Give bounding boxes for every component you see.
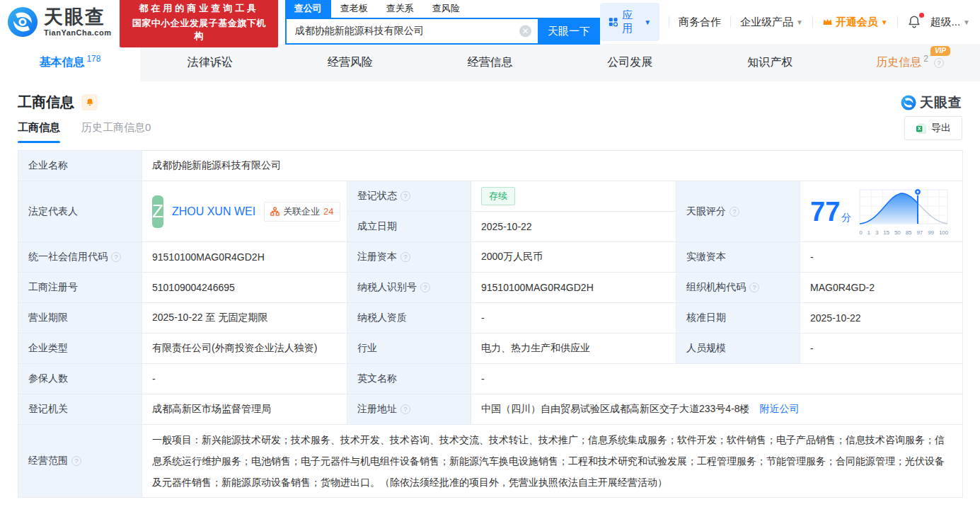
score-number: 77分 (810, 198, 851, 225)
clear-search-icon[interactable]: ✕ (519, 25, 531, 38)
apps-label: 应用 (622, 8, 640, 35)
tab-operation-info[interactable]: 经营信息 (420, 44, 560, 81)
label-english-name: 英文名称 (347, 364, 471, 394)
value-company-name: 成都协能新能源科技有限公司 (142, 151, 963, 181)
svg-text:X: X (918, 126, 921, 131)
apps-grid-icon (609, 16, 618, 28)
value-legal-rep: Z ZHOU XUN WEI 关联企业 24 (142, 181, 347, 242)
search-tab-company[interactable]: 查公司 (285, 0, 331, 18)
label-business-scope: 经营范围 ? (18, 425, 142, 498)
label-staff-size: 人员规模 (676, 334, 800, 364)
promo-banner: 都在用的商业查询工具 国家中小企业发展子基金旗下机构 (120, 0, 277, 47)
label-establish-date: 成立日期 (347, 212, 471, 242)
value-taxpayer-id: 91510100MAG0R4GD2H (471, 273, 676, 303)
divider (730, 16, 731, 28)
subtab-history-business-info[interactable]: 历史工商信息0 (81, 121, 151, 143)
tab-intellectual-property[interactable]: 知识产权 (700, 44, 840, 81)
legal-rep-avatar[interactable]: Z (152, 195, 163, 228)
org-chart-icon (270, 207, 279, 216)
help-icon[interactable]: ? (71, 456, 81, 466)
tab-basic-info-count: 178 (86, 54, 100, 64)
value-business-scope: 一般项目：新兴能源技术研发；技术服务、技术开发、技术咨询、技术交流、技术转让、技… (142, 425, 963, 498)
related-companies-badge[interactable]: 关联企业 24 (264, 202, 340, 222)
label-taxpayer-id: 纳税人识别号 ? (347, 273, 471, 303)
search-tab-boss[interactable]: 查老板 (331, 0, 377, 18)
help-icon[interactable]: ? (111, 252, 121, 262)
caret-down-icon: ▼ (963, 18, 970, 26)
label-insured-count: 参保人数 (18, 364, 142, 394)
logo-domain-text: TianYanCha.com (44, 29, 111, 37)
help-icon[interactable]: ? (934, 58, 944, 68)
label-reg-authority: 登记机关 (18, 394, 142, 425)
tab-legal-lawsuit[interactable]: 法律诉讼 (140, 44, 280, 81)
tab-company-development[interactable]: 公司发展 (560, 44, 700, 81)
search-button[interactable]: 天眼一下 (538, 18, 600, 45)
nav-open-vip[interactable]: 开通会员 ▼ (822, 16, 888, 29)
label-org-code: 组织机构代码 ? (676, 273, 800, 303)
tab-basic-info[interactable]: 基本信息 178 (0, 44, 140, 81)
help-icon[interactable]: ? (400, 404, 410, 414)
company-tab-bar: 基本信息 178 法律诉讼 经营风险 经营信息 公司发展 知识产权 VIP 历史… (0, 44, 980, 81)
label-paid-capital: 实缴资本 (676, 242, 800, 273)
help-icon[interactable]: ? (730, 207, 739, 217)
value-reg-number: 510109004246695 (142, 273, 347, 303)
value-reg-authority: 成都高新区市场监督管理局 (142, 394, 347, 425)
value-paid-capital: - (800, 242, 963, 273)
subtab-business-info[interactable]: 工商信息 (18, 121, 60, 143)
tab-operation-risk[interactable]: 经营风险 (280, 44, 420, 81)
value-reg-capital: 2000万人民币 (471, 242, 676, 273)
related-count: 24 (323, 206, 333, 217)
search-tab-risk[interactable]: 查风险 (423, 0, 469, 18)
caret-down-icon: ▼ (796, 18, 803, 26)
section-header: 工商信息 天眼查 (0, 81, 980, 112)
help-icon[interactable]: ? (749, 283, 759, 292)
search-area: 查公司 查老板 查关系 查风险 ✕ 天眼一下 (285, 0, 600, 45)
apps-menu[interactable]: 应用 ▼ (600, 3, 659, 41)
nav-enterprise-product[interactable]: 企业级产品 ▼ (740, 16, 803, 29)
value-approval-date: 2025-10-22 (800, 303, 963, 334)
search-tabs: 查公司 查老板 查关系 查风险 (285, 0, 600, 18)
top-header: 天眼查 TianYanCha.com 都在用的商业查询工具 国家中小企业发展子基… (0, 0, 980, 44)
search-input[interactable] (287, 19, 538, 43)
label-reg-capital: 注册资本 ? (347, 242, 471, 273)
tianyancha-logo[interactable]: 天眼查 TianYanCha.com (7, 6, 111, 38)
bell-icon (907, 15, 921, 29)
legal-rep-link[interactable]: ZHOU XUN WEI (172, 205, 255, 218)
section-title: 工商信息 (18, 93, 74, 112)
export-label: 导出 (931, 122, 951, 135)
tab-history-info[interactable]: VIP 历史信息 2 ? (840, 44, 980, 81)
help-icon[interactable]: ? (420, 283, 430, 292)
help-icon[interactable]: ? (400, 191, 410, 201)
value-credit-code: 91510100MAG0R4GD2H (142, 242, 347, 273)
crown-icon (822, 17, 833, 27)
score-curve-chart[interactable]: 01 315 5085 9799 100 (858, 187, 949, 236)
promo-line1: 都在用的商业查询工具 (128, 2, 269, 15)
status-badge: 存续 (481, 187, 515, 205)
subscribe-bell-button[interactable] (81, 94, 98, 110)
label-company-name: 企业名称 (18, 151, 142, 181)
tab-history-count: 2 (923, 54, 928, 64)
divider (897, 16, 898, 28)
search-tab-relation[interactable]: 查关系 (377, 0, 423, 18)
nearby-companies-link[interactable]: 附近公司 (759, 403, 799, 414)
top-nav: 应用 ▼ 商务合作 企业级产品 ▼ 开通会员 ▼ 超 (600, 3, 970, 41)
nav-business-coop[interactable]: 商务合作 (679, 16, 721, 29)
label-reg-number: 工商注册号 (18, 273, 142, 303)
subtab-row: 工商信息 历史工商信息0 X 导出 (0, 112, 980, 143)
watermark-logo: 天眼查 (901, 93, 962, 112)
notification-dot (919, 13, 924, 18)
divider (812, 16, 813, 28)
watermark-text: 天眼查 (920, 93, 962, 112)
value-reg-status: 存续 (471, 181, 676, 212)
export-button[interactable]: X 导出 (904, 116, 962, 140)
notifications-bell[interactable] (907, 15, 921, 29)
nav-account[interactable]: 超级... ▼ (930, 16, 970, 29)
bell-icon (86, 98, 94, 107)
value-reg-address: 中国（四川）自由贸易试验区成都高新区交子大道233号4-8楼 附近公司 (471, 394, 963, 425)
label-approval-date: 核准日期 (676, 303, 800, 334)
value-english-name: - (471, 364, 963, 394)
score-axis-ticks: 01 315 5085 9799 100 (858, 229, 949, 236)
help-icon[interactable]: ? (400, 252, 410, 262)
value-org-code: MAG0R4GD-2 (800, 273, 963, 303)
caret-down-icon: ▼ (644, 18, 651, 26)
